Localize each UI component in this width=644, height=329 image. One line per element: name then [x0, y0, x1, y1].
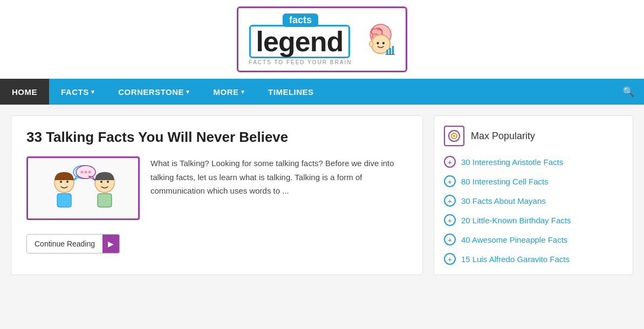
search-button[interactable]: 🔍: [613, 79, 644, 105]
sidebar-link-1[interactable]: 80 Interesting Cell Facts: [461, 177, 549, 186]
sidebar-link-4[interactable]: 40 Awesome Pineapple Facts: [461, 235, 567, 244]
nav-home[interactable]: HOME: [0, 79, 49, 105]
list-item: + 80 Interesting Cell Facts: [444, 175, 623, 187]
svg-rect-20: [98, 194, 112, 207]
svg-point-2: [377, 42, 379, 44]
svg-point-22: [81, 171, 84, 174]
svg-point-23: [85, 171, 87, 174]
article-card: 33 Talking Facts You Will Never Believe: [11, 115, 423, 275]
navigation: HOME FACTS ▾ CORNERSTONE ▾ MORE ▾ TIMELI…: [0, 79, 644, 105]
sidebar: Max Popularity + 30 Interesting Aristotl…: [434, 115, 633, 275]
logo-text-area: facts legend FACTS TO FEED YOUR BRAIN: [249, 13, 352, 65]
svg-rect-7: [392, 46, 394, 54]
cornerstone-arrow-icon: ▾: [186, 88, 190, 95]
logo-tagline: FACTS TO FEED YOUR BRAIN: [249, 59, 352, 65]
talking-illustration: [35, 161, 132, 215]
continue-reading-icon: ▶: [102, 235, 119, 253]
logo-brain-icon: [357, 20, 395, 58]
sidebar-link-0[interactable]: 30 Interesting Aristotle Facts: [461, 157, 563, 167]
search-icon: 🔍: [622, 86, 634, 98]
svg-rect-12: [57, 194, 71, 207]
main-content: 33 Talking Facts You Will Never Believe: [0, 105, 644, 286]
sidebar-header: Max Popularity: [444, 126, 623, 146]
svg-point-11: [66, 181, 68, 183]
svg-point-4: [369, 42, 373, 47]
list-item: + 30 Facts About Mayans: [444, 195, 623, 207]
svg-rect-5: [387, 50, 389, 54]
svg-point-27: [453, 135, 455, 137]
max-popularity-icon: [444, 126, 464, 146]
plus-icon-0: +: [444, 156, 456, 168]
sidebar-link-2[interactable]: 30 Facts About Mayans: [461, 196, 546, 205]
list-item: + 30 Interesting Aristotle Facts: [444, 156, 623, 168]
article-body: What is Talking? Looking for some talkin…: [26, 156, 407, 220]
more-arrow-icon: ▾: [241, 88, 245, 95]
continue-reading-button[interactable]: Continue Reading ▶: [26, 234, 120, 253]
plus-icon-5: +: [444, 253, 456, 265]
continue-reading-label: Continue Reading: [27, 235, 102, 253]
plus-icon-2: +: [444, 195, 456, 207]
list-item: + 20 Little-Known Birthday Facts: [444, 214, 623, 226]
list-item: + 40 Awesome Pineapple Facts: [444, 234, 623, 245]
svg-point-10: [60, 181, 62, 183]
sidebar-link-3[interactable]: 20 Little-Known Birthday Facts: [461, 216, 571, 225]
sidebar-link-5[interactable]: 15 Luis Alfredo Garavito Facts: [461, 255, 570, 264]
nav-timelines[interactable]: TIMELINES: [256, 79, 326, 105]
article-title: 33 Talking Facts You Will Never Believe: [26, 129, 407, 146]
logo-legend: legend: [249, 25, 351, 58]
nav-cornerstone[interactable]: CORNERSTONE ▾: [106, 79, 201, 105]
plus-icon-3: +: [444, 214, 456, 226]
sidebar-title: Max Popularity: [471, 131, 535, 142]
facts-arrow-icon: ▾: [91, 88, 95, 95]
article-excerpt: What is Talking? Looking for some talkin…: [150, 156, 407, 198]
svg-point-24: [88, 171, 91, 174]
svg-point-3: [382, 42, 385, 44]
svg-point-19: [107, 181, 109, 183]
svg-point-18: [100, 181, 102, 183]
nav-more[interactable]: MORE ▾: [202, 79, 257, 105]
logo-box: facts legend FACTS TO FEED YOUR BRAIN: [237, 6, 408, 72]
list-item: + 15 Luis Alfredo Garavito Facts: [444, 253, 623, 265]
article-image: [26, 156, 140, 220]
svg-rect-6: [389, 48, 392, 54]
plus-icon-4: +: [444, 234, 456, 245]
nav-facts[interactable]: FACTS ▾: [49, 79, 106, 105]
plus-icon-1: +: [444, 175, 456, 187]
sidebar-list: + 30 Interesting Aristotle Facts + 80 In…: [444, 156, 623, 265]
logo-area: facts legend FACTS TO FEED YOUR BRAIN: [0, 0, 644, 79]
